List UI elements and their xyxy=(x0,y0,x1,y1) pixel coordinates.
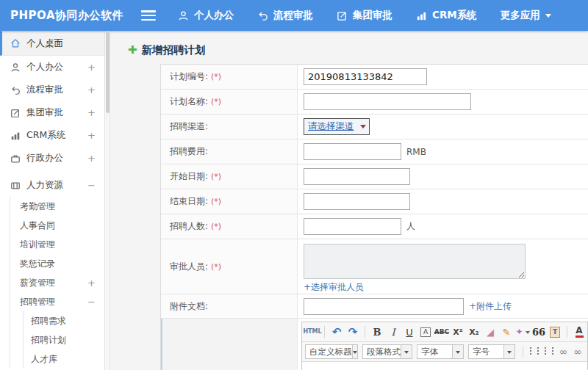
nav-group-approval[interactable]: 集团审批 xyxy=(337,9,392,22)
align-center-icon[interactable] xyxy=(537,347,539,356)
undo-button[interactable]: ↶ xyxy=(329,324,344,339)
font-family-dropdown[interactable]: 字体 xyxy=(417,344,464,359)
sidebar-item-attendance[interactable]: 考勤管理 xyxy=(10,197,104,216)
choose-approver-link[interactable]: +选择审批人员 xyxy=(304,281,364,294)
sidebar-item-recruit-demand[interactable]: 招聘需求 xyxy=(24,311,104,330)
divider xyxy=(567,326,567,338)
nav-crm-system[interactable]: CRM系统 xyxy=(416,9,477,22)
form-row-headcount: 招聘人数:(*) 人 xyxy=(161,214,588,239)
user-icon xyxy=(178,10,189,21)
collapse-toggle[interactable]: − xyxy=(87,297,96,308)
underline-button[interactable]: U xyxy=(402,324,417,339)
form-row-plan-name: 计划名称:(*) xyxy=(161,90,588,115)
highlight-pen-icon[interactable]: ✦ xyxy=(515,324,530,339)
align-right-icon[interactable] xyxy=(545,347,546,356)
expand-toggle[interactable]: + xyxy=(87,130,96,141)
expand-toggle[interactable]: + xyxy=(87,278,96,289)
user-icon xyxy=(10,62,21,73)
chevron-down-icon[interactable] xyxy=(452,345,463,358)
plus-icon: ✚ xyxy=(128,45,137,56)
font-size-dropdown[interactable]: 字号 xyxy=(468,344,515,359)
nav-more-apps[interactable]: 更多应用 xyxy=(501,9,551,22)
sidebar-item-training[interactable]: 培训管理 xyxy=(10,235,104,254)
align-justify-icon[interactable] xyxy=(552,347,553,356)
source-code-button[interactable]: HTML xyxy=(305,324,320,339)
sidebar-item-salary[interactable]: 薪资管理 + xyxy=(10,273,104,292)
select-caret-icon xyxy=(360,125,366,131)
sidebar-item-personal-desktop[interactable]: 个人桌面 xyxy=(0,31,104,56)
superscript-button[interactable]: X² xyxy=(451,324,465,339)
chevron-down-icon[interactable] xyxy=(503,345,514,358)
top-bar: PHPOA协同办公软件 个人办公 流程审批 集团审批 xyxy=(0,0,588,31)
paragraph-format-dropdown[interactable]: 段落格式 xyxy=(362,344,412,359)
remove-link-icon[interactable]: ∞ xyxy=(573,346,582,358)
nav-workflow-approval[interactable]: 流程审批 xyxy=(257,9,313,22)
chevron-down-icon[interactable] xyxy=(401,345,412,358)
home-icon xyxy=(10,38,21,48)
flow-icon xyxy=(10,85,21,95)
redo-button[interactable]: ↷ xyxy=(345,324,360,339)
sidebar-item-recruit-mgmt[interactable]: 招聘管理 − xyxy=(10,292,104,311)
strikethrough-button[interactable]: ABC xyxy=(434,324,449,339)
insert-link-icon[interactable]: ∞ xyxy=(559,346,568,358)
fee-unit: RMB xyxy=(406,147,426,157)
sidebar-item-rewards[interactable]: 奖惩记录 xyxy=(10,254,104,273)
expand-toggle[interactable]: + xyxy=(87,84,96,95)
bold-button[interactable]: B xyxy=(370,324,384,339)
attachment-upload-link[interactable]: +附件上传 xyxy=(469,300,512,313)
expand-toggle[interactable]: + xyxy=(87,153,96,164)
blockquote-button[interactable]: 66 xyxy=(531,324,546,339)
eraser-icon[interactable]: ◢ xyxy=(483,324,498,339)
channel-select[interactable]: 请选择渠道 xyxy=(304,118,370,135)
approver-textarea[interactable] xyxy=(304,244,526,279)
edit-icon xyxy=(337,10,348,21)
font-color-button[interactable]: A xyxy=(572,324,587,339)
subscript-button[interactable]: X₂ xyxy=(467,324,481,339)
sidebar-item-personal-office[interactable]: 个人办公 + xyxy=(0,56,104,79)
editor-toolbar-row1: HTML ↶ ↷ B I U A ABC X² X₂ ◢ ✎ xyxy=(302,322,587,342)
chevron-down-icon[interactable] xyxy=(352,345,358,358)
sidebar-item-human-resources[interactable]: 人力资源 − xyxy=(0,174,104,197)
editor-content-area[interactable] xyxy=(302,362,587,370)
sidebar-item-recruit-plan[interactable]: 招聘计划 xyxy=(24,330,104,349)
sidebar-item-crm[interactable]: CRM系统 + xyxy=(0,124,104,147)
italic-button[interactable]: I xyxy=(386,324,401,339)
attachment-input[interactable] xyxy=(304,298,464,315)
custom-title-dropdown[interactable]: 自定义标题 xyxy=(305,344,358,359)
page-title-text: 新增招聘计划 xyxy=(142,43,206,57)
sidebar-item-admin-office[interactable]: 行政办公 + xyxy=(0,147,104,170)
required-mark: (*) xyxy=(211,72,221,81)
rich-text-editor: HTML ↶ ↷ B I U A ABC X² X₂ ◢ ✎ xyxy=(301,322,588,370)
format-painter-icon[interactable]: ✎ xyxy=(499,324,514,339)
form-row-editor: HTML ↶ ↷ B I U A ABC X² X₂ ◢ ✎ xyxy=(161,319,588,370)
align-left-icon[interactable] xyxy=(530,347,531,356)
form-row-end-date: 结束日期:(*) xyxy=(161,189,588,214)
app-logo[interactable]: PHPOA协同办公软件 xyxy=(0,9,129,23)
recruit-plan-form: 计划编号:(*) 计划名称:(*) 招聘渠道: 请选择渠道 招聘费用: RMB … xyxy=(160,64,588,370)
plan-name-input[interactable] xyxy=(304,93,471,110)
sidebar-scrollbar[interactable] xyxy=(105,31,110,370)
collapse-toggle[interactable]: − xyxy=(87,180,96,191)
expand-toggle[interactable]: + xyxy=(87,107,96,118)
menu-icon[interactable] xyxy=(141,10,156,21)
nav-personal-office[interactable]: 个人办公 xyxy=(178,9,234,22)
editor-toolbar-row2: 自定义标题 段落格式 字体 字号 ∞ ∞ xyxy=(302,342,587,362)
autotypeset-button[interactable]: A xyxy=(418,324,433,339)
start-date-input[interactable] xyxy=(304,168,410,185)
required-mark: (*) xyxy=(211,197,221,206)
sidebar: 个人桌面 个人办公 + 流程审批 + 集团审批 + CRM系统 + xyxy=(0,31,105,370)
paste-text-icon[interactable]: T xyxy=(548,324,562,339)
sidebar-item-hr-contract[interactable]: 人事合同 xyxy=(10,216,104,235)
scrollbar-thumb[interactable] xyxy=(106,32,110,113)
headcount-input[interactable] xyxy=(304,218,401,235)
expand-toggle[interactable]: + xyxy=(87,62,96,73)
required-mark: (*) xyxy=(211,97,221,106)
form-row-attachment: 附件文档: +附件上传 xyxy=(161,294,588,319)
end-date-input[interactable] xyxy=(304,193,410,210)
fee-input[interactable] xyxy=(304,143,401,160)
sidebar-item-workflow-approval[interactable]: 流程审批 + xyxy=(0,79,104,101)
sidebar-item-group-approval[interactable]: 集团审批 + xyxy=(0,101,104,124)
hr-submenu: 考勤管理 人事合同 培训管理 奖惩记录 薪资管理 + 招聘管理 − 招聘需求 招… xyxy=(10,197,104,369)
plan-no-input[interactable] xyxy=(304,68,427,85)
sidebar-item-talent-pool[interactable]: 人才库 xyxy=(24,349,104,369)
